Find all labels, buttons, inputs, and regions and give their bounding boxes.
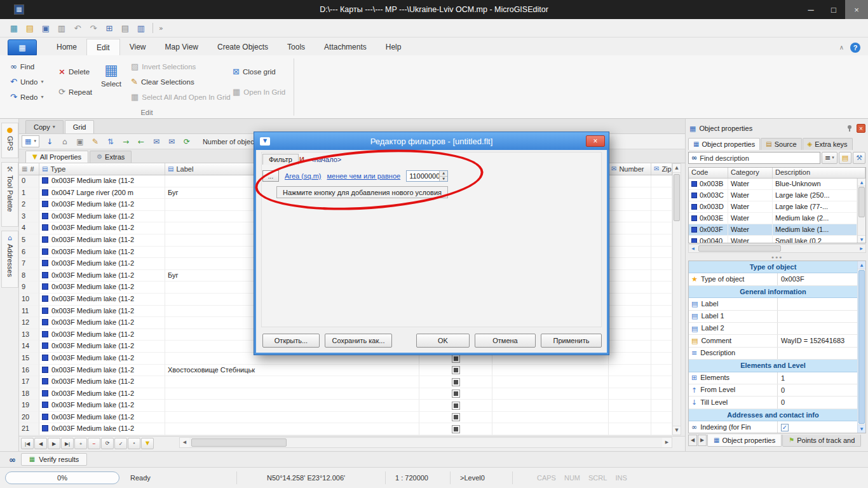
scroll-up-icon[interactable]: ▲ bbox=[858, 261, 865, 269]
prior-record-button[interactable]: ◀ bbox=[34, 438, 47, 449]
tab-filter[interactable]: Фильтр bbox=[262, 154, 299, 165]
close-button[interactable]: × bbox=[845, 0, 868, 19]
row-checkbox[interactable] bbox=[452, 366, 460, 374]
paste-button[interactable]: ▥ bbox=[133, 21, 149, 35]
new-map-button[interactable]: ▦ bbox=[6, 21, 22, 35]
export-button[interactable]: ← bbox=[134, 135, 148, 148]
checkbox-checked[interactable]: ✓ bbox=[781, 424, 789, 431]
tab-grid[interactable]: Grid bbox=[65, 120, 95, 133]
filter-records-button[interactable]: ▼ bbox=[141, 438, 154, 449]
last-record-button[interactable]: ▶| bbox=[61, 438, 74, 449]
sidebar-tab-addresses[interactable]: ⌂Addresses bbox=[1, 231, 18, 288]
property-row[interactable]: ≡Description bbox=[689, 348, 857, 360]
minimize-button[interactable]: ─ bbox=[799, 0, 822, 19]
scrollbar-thumb[interactable] bbox=[191, 438, 287, 447]
scrollbar-thumb[interactable] bbox=[858, 187, 865, 217]
save-as-button[interactable]: Сохранить как... bbox=[325, 334, 392, 348]
ribbon-tab-map-view[interactable]: Map View bbox=[156, 39, 208, 55]
row-checkbox[interactable] bbox=[452, 402, 460, 410]
ok-button[interactable]: OK bbox=[416, 334, 470, 348]
open-filter-button[interactable]: Открыть... bbox=[262, 334, 320, 348]
cancel-button[interactable]: Отмена bbox=[475, 334, 536, 348]
select-all-open-grid-button[interactable]: ▦Select All And Open In Grid bbox=[131, 93, 231, 101]
delete-button[interactable]: ×Delete bbox=[58, 67, 90, 76]
column-header-description[interactable]: Description bbox=[773, 168, 865, 178]
property-value[interactable]: 1 bbox=[778, 372, 857, 384]
scroll-down-icon[interactable]: ▼ bbox=[858, 235, 865, 243]
redo-button[interactable]: ↷Redo▾ bbox=[10, 93, 43, 101]
refresh-records-button[interactable]: ⟳ bbox=[101, 438, 114, 449]
column-header-number[interactable]: ✉Number bbox=[609, 163, 651, 175]
property-value[interactable]: 0 bbox=[778, 396, 857, 408]
refresh-button[interactable]: ⟳ bbox=[180, 135, 194, 148]
property-row[interactable]: ★Type of object0x003F bbox=[689, 273, 857, 285]
find-button[interactable]: ∞Find bbox=[10, 62, 34, 71]
pin-icon[interactable] bbox=[846, 125, 853, 132]
ribbon-tab-help[interactable]: Help bbox=[376, 39, 411, 55]
tab-extras[interactable]: ⚙Extras bbox=[90, 151, 132, 163]
property-row[interactable]: ▤Label 1 bbox=[689, 311, 857, 323]
spin-up-icon[interactable]: ▲ bbox=[440, 171, 447, 177]
table-row[interactable]: 180x003F Medium lake (11-2 bbox=[19, 388, 672, 400]
scrollbar-thumb[interactable] bbox=[674, 174, 680, 221]
filter-root-link[interactable]: <начало> bbox=[310, 156, 341, 163]
row-checkbox[interactable] bbox=[452, 413, 460, 421]
scroll-down-icon[interactable]: ▼ bbox=[858, 424, 865, 433]
tab-object-properties[interactable]: ▦Object properties bbox=[688, 138, 760, 150]
row-checkbox[interactable] bbox=[452, 355, 460, 363]
undo-button[interactable]: ↶ bbox=[70, 21, 85, 35]
post-record-button[interactable]: ✓ bbox=[114, 438, 127, 449]
property-value[interactable] bbox=[778, 348, 857, 359]
filter-operator-link[interactable]: И bbox=[299, 156, 304, 163]
search-input[interactable]: ∞ Find description bbox=[688, 152, 820, 164]
open-button[interactable]: ▤ bbox=[22, 21, 37, 35]
panel-close-icon[interactable]: × bbox=[857, 124, 865, 133]
home-button[interactable]: ⌂ bbox=[58, 135, 72, 148]
property-value[interactable]: 0 bbox=[778, 384, 857, 396]
property-row[interactable]: ▤Label 2 bbox=[689, 323, 857, 335]
sidebar-tab-tool-palette[interactable]: ⚒Tool Palette bbox=[1, 162, 18, 227]
mail-merge-button[interactable]: ✉ bbox=[149, 135, 163, 148]
condition-menu-button[interactable]: ... bbox=[262, 170, 279, 182]
close-grid-button[interactable]: ⊠Close grid bbox=[233, 67, 276, 76]
type-row[interactable]: 0x003CWaterLarge lake (250... bbox=[689, 190, 857, 201]
save-button[interactable]: ▣ bbox=[38, 21, 53, 35]
tab-scroll-left-button[interactable]: ◀ bbox=[688, 435, 697, 446]
row-checkbox[interactable] bbox=[452, 390, 460, 398]
ribbon-tab-attachments[interactable]: Attachments bbox=[315, 39, 376, 55]
tools-button[interactable]: ⚒ bbox=[853, 152, 865, 164]
collapse-ribbon-icon[interactable]: ∧ bbox=[839, 44, 844, 51]
tab-all-properties[interactable]: ▼All Properties bbox=[25, 151, 88, 163]
condition-value-input[interactable]: 11000000 ▲▼ bbox=[406, 170, 448, 182]
clear-selections-button[interactable]: ✎Clear Selections bbox=[131, 78, 194, 86]
property-value[interactable]: ✓ bbox=[778, 421, 857, 433]
move-down-button[interactable]: ↓ bbox=[43, 135, 57, 148]
first-record-button[interactable]: |◀ bbox=[21, 438, 34, 449]
edit-record-button[interactable]: * bbox=[128, 438, 140, 449]
table-row[interactable]: 200x003F Medium lake (11-2 bbox=[19, 412, 672, 424]
scroll-left-icon[interactable]: ◀ bbox=[689, 245, 697, 252]
type-row[interactable]: 0x003BWaterBlue-Unknown bbox=[689, 179, 857, 190]
scroll-up-icon[interactable]: ▲ bbox=[673, 164, 681, 173]
value-spinner[interactable]: ▲▼ bbox=[439, 171, 447, 181]
app-menu-button[interactable]: ▦ bbox=[8, 39, 37, 55]
property-row[interactable]: ⊞Elements1 bbox=[689, 372, 857, 384]
undo-button[interactable]: ↶Undo▾ bbox=[10, 78, 43, 86]
property-row[interactable]: ↓Till Level0 bbox=[689, 396, 857, 409]
mail-check-button[interactable]: ✉ bbox=[165, 135, 179, 148]
tab-copy[interactable]: Copy▾ bbox=[25, 120, 64, 133]
dialog-close-button[interactable]: × bbox=[586, 135, 605, 147]
scroll-left-icon[interactable]: ◀ bbox=[180, 438, 189, 447]
table-row[interactable]: 190x003F Medium lake (11-2 bbox=[19, 400, 672, 412]
scrollbar-thumb[interactable] bbox=[858, 270, 865, 424]
apply-button[interactable]: Применить bbox=[541, 334, 602, 348]
table-row[interactable]: 170x003F Medium lake (11-2 bbox=[19, 376, 672, 388]
copy-button[interactable]: ⊞ bbox=[102, 21, 117, 35]
column-header-type[interactable]: ▤Type bbox=[39, 163, 165, 175]
tab-source[interactable]: ▤Source bbox=[761, 138, 801, 150]
delete-record-button[interactable]: − bbox=[88, 438, 100, 449]
add-condition-button[interactable]: Нажмите кнопку для добавления нового усл… bbox=[276, 186, 448, 198]
scroll-right-icon[interactable]: ▶ bbox=[662, 438, 672, 447]
panel-splitter[interactable]: ●●● bbox=[688, 254, 866, 259]
column-header-category[interactable]: Category bbox=[728, 168, 773, 178]
